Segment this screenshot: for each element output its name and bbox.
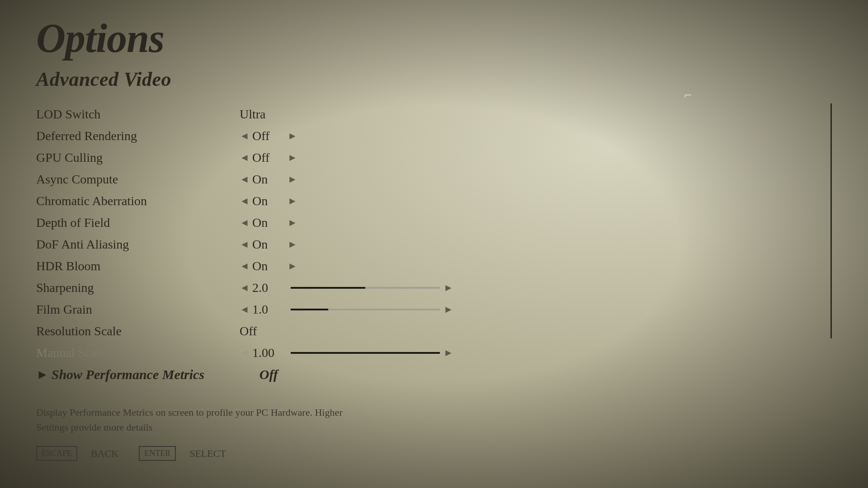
dof-anti-aliasing-arrow-left: ◄ <box>240 239 249 250</box>
setting-dof-anti-aliasing[interactable]: DoF Anti Aliasing ◄ On ► <box>36 234 832 255</box>
escape-key[interactable]: ESCAPE <box>36 446 77 461</box>
film-grain-label: Film Grain <box>36 302 240 317</box>
sharpening-slider-fill <box>291 287 365 289</box>
manual-scaling-slider-fill <box>291 352 440 354</box>
gpu-culling-arrow-left: ◄ <box>240 152 249 164</box>
film-grain-slider-fill <box>291 309 328 310</box>
async-compute-arrow-right: ► <box>288 174 297 185</box>
chromatic-aberration-arrow-left: ◄ <box>240 195 249 207</box>
dof-anti-aliasing-label: DoF Anti Aliasing <box>36 237 240 252</box>
async-compute-value: On <box>252 172 284 187</box>
setting-chromatic-aberration[interactable]: Chromatic Aberration ◄ On ► <box>36 190 832 212</box>
manual-scaling-label: Manual Scaling <box>36 346 240 360</box>
enter-key[interactable]: ENTER <box>139 446 176 461</box>
resolution-scale-label: Resolution Scale <box>36 324 240 338</box>
manual-scaling-slider-container[interactable]: ► <box>291 347 832 359</box>
lod-switch-value: Ultra <box>240 107 271 122</box>
chromatic-aberration-arrow-right: ► <box>288 195 297 207</box>
controls-bar: ESCAPE BACK ENTER SELECT <box>36 446 832 461</box>
chromatic-aberration-value: On <box>252 194 284 208</box>
section-title: Advanced Video <box>36 68 832 91</box>
scroll-indicator <box>830 103 832 338</box>
setting-show-performance-metrics[interactable]: ► Show Performance Metrics Off <box>36 364 832 385</box>
performance-metrics-value: Off <box>259 367 291 382</box>
film-grain-slider-container[interactable]: ► <box>291 304 832 315</box>
film-grain-slider-track <box>291 309 440 310</box>
lod-switch-label: LOD Switch <box>36 107 240 122</box>
sharpening-value: 2.0 <box>252 281 284 295</box>
async-compute-label: Async Compute <box>36 172 240 187</box>
performance-metrics-bullet: ► <box>36 367 49 382</box>
setting-sharpening[interactable]: Sharpening ◄ 2.0 ► <box>36 277 832 299</box>
page-title: Options <box>36 18 832 59</box>
setting-hdr-bloom[interactable]: HDR Bloom ◄ On ► <box>36 255 832 277</box>
film-grain-slider-arrow: ► <box>443 304 453 315</box>
performance-metrics-label: Show Performance Metrics <box>52 367 255 382</box>
back-label: BACK <box>91 448 118 460</box>
deferred-rendering-value: Off <box>252 129 284 143</box>
sharpening-label: Sharpening <box>36 281 240 295</box>
depth-of-field-label: Depth of Field <box>36 216 240 230</box>
hdr-bloom-arrow-left: ◄ <box>240 260 249 272</box>
dof-anti-aliasing-arrow-right: ► <box>288 239 297 250</box>
cursor-indicator: ⌐ <box>684 88 692 103</box>
setting-async-compute[interactable]: Async Compute ◄ On ► <box>36 169 832 190</box>
help-text: Display Performance Metrics on screen to… <box>36 405 353 435</box>
setting-film-grain[interactable]: Film Grain ◄ 1.0 ► <box>36 299 832 320</box>
async-compute-arrow-left: ◄ <box>240 174 249 185</box>
settings-panel: LOD Switch Ultra Deferred Rendering ◄ Of… <box>36 103 832 385</box>
film-grain-arrow-left: ◄ <box>240 304 249 315</box>
hdr-bloom-label: HDR Bloom <box>36 259 240 273</box>
dof-anti-aliasing-value: On <box>252 237 284 252</box>
setting-resolution-scale[interactable]: Resolution Scale Off <box>36 320 832 342</box>
sharpening-slider-track <box>291 287 440 289</box>
depth-of-field-arrow-right: ► <box>288 217 297 229</box>
resolution-scale-value: Off <box>240 324 271 338</box>
gpu-culling-label: GPU Culling <box>36 150 240 165</box>
depth-of-field-arrow-left: ◄ <box>240 217 249 229</box>
setting-depth-of-field[interactable]: Depth of Field ◄ On ► <box>36 212 832 234</box>
sharpening-slider-container[interactable]: ► <box>291 282 832 294</box>
hdr-bloom-arrow-right: ► <box>288 260 297 272</box>
manual-scaling-slider-arrow: ► <box>443 347 453 359</box>
deferred-rendering-arrow-left: ◄ <box>240 130 249 142</box>
setting-gpu-culling[interactable]: GPU Culling ◄ Off ► <box>36 147 832 169</box>
settings-list: LOD Switch Ultra Deferred Rendering ◄ Of… <box>36 103 832 385</box>
gpu-culling-arrow-right: ► <box>288 152 297 164</box>
setting-manual-scaling[interactable]: Manual Scaling ◄ 1.00 ► <box>36 342 832 364</box>
setting-deferred-rendering[interactable]: Deferred Rendering ◄ Off ► <box>36 125 832 147</box>
setting-lod-switch[interactable]: LOD Switch Ultra <box>36 103 832 125</box>
sharpening-arrow-left: ◄ <box>240 282 249 294</box>
depth-of-field-value: On <box>252 216 284 230</box>
manual-scaling-arrow-left: ◄ <box>240 347 249 359</box>
manual-scaling-value: 1.00 <box>252 346 284 360</box>
deferred-rendering-arrow-right: ► <box>288 130 297 142</box>
select-label: SELECT <box>189 448 226 460</box>
sharpening-slider-arrow: ► <box>443 282 453 294</box>
bottom-area: Display Performance Metrics on screen to… <box>36 405 832 461</box>
manual-scaling-slider-track <box>291 352 440 354</box>
deferred-rendering-label: Deferred Rendering <box>36 129 240 143</box>
film-grain-value: 1.0 <box>252 302 284 317</box>
gpu-culling-value: Off <box>252 150 284 165</box>
chromatic-aberration-label: Chromatic Aberration <box>36 194 240 208</box>
hdr-bloom-value: On <box>252 259 284 273</box>
